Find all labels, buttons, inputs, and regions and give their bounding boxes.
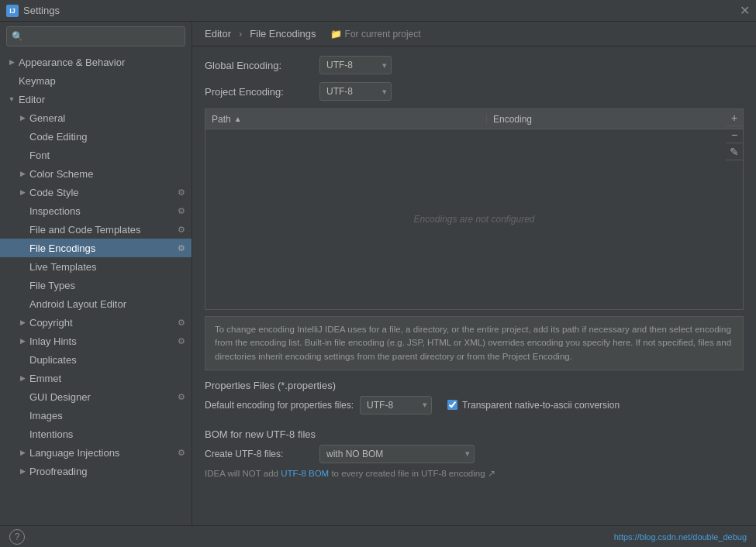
default-encoding-row: Default encoding for properties files: U…: [205, 396, 744, 415]
arrow-icon: [6, 57, 17, 67]
bom-select[interactable]: with NO BOM with BOM with BOM on Windows: [319, 445, 475, 463]
search-input[interactable]: [26, 31, 180, 42]
sidebar-tree: Appearance & Behavior Keymap Editor Gene…: [0, 51, 192, 525]
transparent-checkbox[interactable]: [447, 400, 457, 410]
arrow-icon: [17, 187, 28, 198]
sidebar-item-proofreading[interactable]: Proofreading: [0, 462, 192, 480]
properties-encoding-select-wrapper: UTF-8 UTF-16 ISO-8859-1: [360, 396, 432, 415]
bom-section-title: BOM for new UTF-8 files: [205, 428, 744, 440]
sidebar-item-copyright[interactable]: Copyright ⚙: [0, 313, 192, 332]
app-icon: IJ: [6, 5, 19, 17]
title-bar: IJ Settings ✕: [0, 0, 756, 22]
arrow-icon: [6, 94, 17, 105]
settings-icon: ⚙: [178, 392, 185, 402]
close-button[interactable]: ✕: [740, 5, 750, 17]
bottom-bar: ? https://blog.csdn.net/double_debug: [0, 525, 756, 547]
breadcrumb-current: File Encodings: [250, 28, 316, 40]
right-panel: Editor › File Encodings 📁 For current pr…: [192, 22, 756, 525]
sidebar-item-inspections[interactable]: Inspections ⚙: [0, 201, 192, 220]
encoding-table: Path ▲ Encoding + − ✎ Encodings are not …: [205, 108, 744, 310]
transparent-label: Transparent native-to-ascii conversion: [462, 400, 620, 411]
arrow-icon: [17, 466, 28, 476]
arrow-icon: [6, 75, 17, 86]
project-icon: 📁: [330, 29, 342, 40]
sidebar-item-color-scheme[interactable]: Color Scheme: [0, 164, 192, 183]
blog-link[interactable]: https://blog.csdn.net/double_debug: [614, 532, 747, 542]
create-utf8-label: Create UTF-8 files:: [205, 449, 313, 459]
sidebar-item-live-templates[interactable]: Live Templates: [0, 257, 192, 276]
transparent-checkbox-row: Transparent native-to-ascii conversion: [447, 400, 620, 411]
sidebar-item-general[interactable]: General: [0, 108, 192, 127]
help-button[interactable]: ?: [9, 529, 25, 545]
col-encoding: Encoding: [487, 114, 743, 125]
for-current-project: 📁 For current project: [330, 29, 421, 40]
utf8-bom-link[interactable]: UTF-8 BOM: [281, 469, 329, 478]
sidebar-item-android-layout[interactable]: Android Layout Editor: [0, 294, 192, 313]
sidebar-item-gui-designer[interactable]: GUI Designer ⚙: [0, 387, 192, 406]
main-content: 🔍 Appearance & Behavior Keymap Editor: [0, 22, 756, 525]
settings-icon: ⚙: [178, 206, 185, 216]
settings-icon: ⚙: [178, 336, 185, 346]
bom-select-wrapper: with NO BOM with BOM with BOM on Windows: [319, 445, 475, 463]
sort-arrow-icon: ▲: [234, 115, 242, 123]
breadcrumb-parent: Editor: [205, 28, 231, 40]
settings-icon: ⚙: [178, 318, 185, 328]
properties-section: Properties Files (*.properties) Default …: [205, 377, 744, 416]
settings-icon: ⚙: [178, 225, 185, 235]
add-encoding-button[interactable]: +: [726, 109, 743, 126]
global-encoding-label: Global Encoding:: [205, 60, 313, 71]
sidebar-item-font[interactable]: Font: [0, 146, 192, 164]
arrow-icon: [17, 428, 28, 439]
properties-section-title: Properties Files (*.properties): [205, 380, 744, 391]
settings-icon: ⚙: [178, 448, 185, 458]
arrow-icon: [17, 205, 28, 216]
sidebar-item-duplicates[interactable]: Duplicates: [0, 350, 192, 369]
arrow-icon: [17, 224, 28, 235]
arrow-icon: [17, 447, 28, 458]
sidebar-item-emmet[interactable]: Emmet: [0, 369, 192, 387]
description-text: To change encoding IntelliJ IDEA uses fo…: [205, 316, 744, 370]
sidebar-item-inlay-hints[interactable]: Inlay Hints ⚙: [0, 332, 192, 350]
project-encoding-row: Project Encoding: UTF-8 UTF-16 ISO-8859-…: [205, 82, 744, 101]
arrow-icon: [17, 317, 28, 328]
create-utf8-row: Create UTF-8 files: with NO BOM with BOM…: [205, 445, 744, 463]
sidebar-item-language-injections[interactable]: Language Injections ⚙: [0, 443, 192, 462]
project-encoding-select[interactable]: UTF-8 UTF-16 ISO-8859-1: [319, 82, 392, 101]
arrow-icon: [17, 373, 28, 384]
global-encoding-select-wrapper: UTF-8 UTF-16 ISO-8859-1: [319, 56, 392, 74]
sidebar-item-file-types[interactable]: File Types: [0, 276, 192, 294]
bom-section: BOM for new UTF-8 files Create UTF-8 fil…: [205, 425, 744, 479]
sidebar-item-file-code-templates[interactable]: File and Code Templates ⚙: [0, 220, 192, 239]
sidebar-item-intentions[interactable]: Intentions: [0, 425, 192, 443]
bom-info-text: IDEA will NOT add UTF-8 BOM to every cre…: [205, 468, 744, 479]
remove-encoding-button[interactable]: −: [726, 126, 743, 143]
sidebar-item-code-editing[interactable]: Code Editing: [0, 127, 192, 146]
breadcrumb-separator: ›: [239, 28, 242, 40]
arrow-icon: [17, 410, 28, 421]
default-encoding-label: Default encoding for properties files:: [205, 400, 354, 411]
properties-encoding-select[interactable]: UTF-8 UTF-16 ISO-8859-1: [360, 396, 432, 415]
search-box[interactable]: 🔍: [6, 26, 185, 46]
arrow-icon: [17, 298, 28, 309]
global-encoding-select[interactable]: UTF-8 UTF-16 ISO-8859-1: [319, 56, 392, 74]
sidebar: 🔍 Appearance & Behavior Keymap Editor: [0, 22, 192, 525]
project-encoding-label: Project Encoding:: [205, 86, 313, 98]
edit-encoding-button[interactable]: ✎: [726, 143, 743, 160]
sidebar-item-file-encodings[interactable]: File Encodings ⚙: [0, 239, 192, 257]
sidebar-item-keymap[interactable]: Keymap: [0, 71, 192, 90]
arrow-icon: [17, 354, 28, 365]
panel-header: Editor › File Encodings 📁 For current pr…: [192, 22, 756, 46]
sidebar-item-images[interactable]: Images: [0, 406, 192, 425]
table-header: Path ▲ Encoding: [205, 109, 743, 129]
panel-body: Global Encoding: UTF-8 UTF-16 ISO-8859-1…: [192, 46, 756, 525]
arrow-icon: [17, 391, 28, 402]
table-empty-message: Encodings are not configured: [205, 129, 743, 309]
arrow-icon: [17, 131, 28, 142]
arrow-icon: [17, 261, 28, 272]
col-path: Path ▲: [205, 114, 487, 125]
sidebar-item-editor[interactable]: Editor: [0, 90, 192, 108]
arrow-icon: [17, 280, 28, 291]
sidebar-item-appearance[interactable]: Appearance & Behavior: [0, 53, 192, 71]
settings-icon: ⚙: [178, 187, 185, 198]
sidebar-item-code-style[interactable]: Code Style ⚙: [0, 183, 192, 201]
